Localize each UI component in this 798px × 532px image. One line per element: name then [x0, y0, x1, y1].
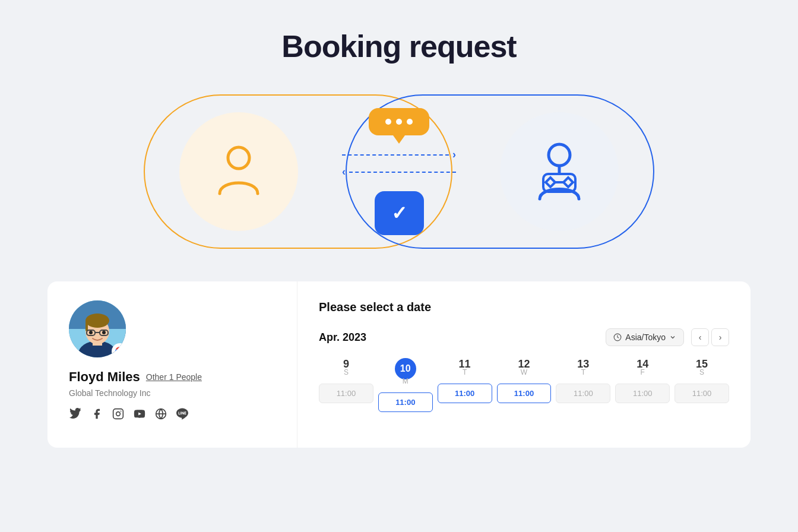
svg-rect-19 [113, 409, 124, 419]
calendar-title: Please select a date [319, 300, 729, 314]
dashed-line-left [349, 172, 456, 173]
profile-name: Floyd Miles [69, 369, 140, 385]
prev-month-button[interactable]: ‹ [691, 328, 709, 346]
profile-card: Floyd Miles Other 1 People Global Techno… [48, 281, 297, 448]
chat-dot-3 [407, 119, 413, 125]
day-label-10: M [403, 377, 408, 385]
youtube-icon[interactable] [133, 407, 146, 420]
day-label-9: S [344, 368, 349, 376]
time-slot-11[interactable]: 11:00 [438, 384, 492, 403]
chevron-down-icon [669, 334, 676, 341]
arrow-row-right: › [342, 148, 456, 161]
page-title: Booking request [0, 28, 798, 64]
instagram-icon[interactable] [112, 407, 125, 420]
day-label-15: S [699, 368, 704, 376]
provider-avatar [500, 112, 619, 231]
svg-point-18 [118, 350, 122, 353]
chat-dot-2 [396, 119, 402, 125]
arrow-row-left: ‹ [342, 166, 456, 178]
clock-icon [613, 333, 622, 341]
requester-avatar [179, 112, 298, 231]
time-slot-14: 11:00 [615, 384, 670, 403]
day-col-10: 10 M 11:00 [378, 358, 433, 412]
days-grid: 9 S 11:00 10 M 11:00 11 T 11:00 [319, 358, 729, 412]
chat-dot-1 [385, 119, 391, 125]
bottom-section: Floyd Miles Other 1 People Global Techno… [0, 281, 798, 448]
social-icons-row [69, 407, 276, 420]
day-col-13: 13 T 11:00 [556, 358, 610, 412]
next-month-button[interactable]: › [711, 328, 729, 346]
day-col-9: 9 S 11:00 [319, 358, 373, 412]
profile-photo [69, 300, 126, 357]
twitter-icon[interactable] [69, 407, 82, 420]
svg-point-20 [116, 412, 121, 416]
check-mark-icon: ✓ [391, 202, 407, 224]
calendar-header: Apr. 2023 Asia/Tokyo ‹ › [319, 328, 729, 346]
time-slot-13: 11:00 [556, 384, 610, 403]
day-label-13: T [581, 368, 585, 376]
day-col-15: 15 S 11:00 [674, 358, 729, 412]
time-slot-15: 11:00 [674, 384, 729, 403]
calendar-nav: ‹ › [691, 328, 729, 346]
check-card: ✓ [375, 191, 424, 235]
day-label-14: F [641, 368, 645, 376]
dashed-line-right [342, 154, 449, 156]
svg-point-15 [89, 331, 93, 334]
svg-rect-11 [86, 321, 88, 331]
middle-section: › ‹ ✓ [304, 108, 494, 235]
day-number-10[interactable]: 10 [395, 358, 416, 379]
calendar-section: Please select a date Apr. 2023 Asia/Toky… [297, 281, 750, 448]
chat-bubble [369, 108, 429, 135]
profile-avatar-row [69, 300, 276, 357]
day-col-12: 12 W 11:00 [497, 358, 552, 412]
dashed-arrows: › ‹ [342, 148, 456, 178]
profile-name-row: Floyd Miles Other 1 People [69, 369, 276, 385]
arrow-left-icon: ‹ [342, 166, 346, 178]
svg-point-0 [228, 147, 249, 169]
calendar-month: Apr. 2023 [319, 331, 366, 344]
svg-point-1 [549, 144, 570, 166]
svg-point-10 [86, 314, 109, 328]
person-icon-orange [215, 145, 262, 198]
time-slot-12[interactable]: 11:00 [497, 384, 552, 403]
page-header: Booking request [0, 0, 798, 86]
svg-point-21 [121, 411, 122, 412]
svg-point-16 [102, 331, 106, 334]
globe-icon[interactable] [154, 407, 167, 420]
day-col-14: 14 F 11:00 [615, 358, 670, 412]
arrow-right-icon: › [452, 148, 456, 161]
colorful-badge-icon [112, 343, 126, 357]
timezone-label: Asia/Tokyo [625, 332, 666, 342]
illustration-area: › ‹ ✓ [0, 86, 798, 281]
day-label-12: W [521, 368, 527, 376]
time-slot-10[interactable]: 11:00 [378, 392, 433, 412]
line-icon[interactable] [176, 407, 189, 420]
illustration-pill: › ‹ ✓ [144, 86, 654, 258]
day-col-11: 11 T 11:00 [438, 358, 492, 412]
other-people-link[interactable]: Other 1 People [146, 372, 202, 382]
facebook-icon[interactable] [90, 407, 103, 420]
day-label-11: T [463, 368, 467, 376]
person-icon-blue [533, 142, 586, 201]
timezone-selector[interactable]: Asia/Tokyo [606, 328, 684, 346]
profile-company: Global Technology Inc [69, 388, 276, 398]
time-slot-9: 11:00 [319, 384, 373, 403]
